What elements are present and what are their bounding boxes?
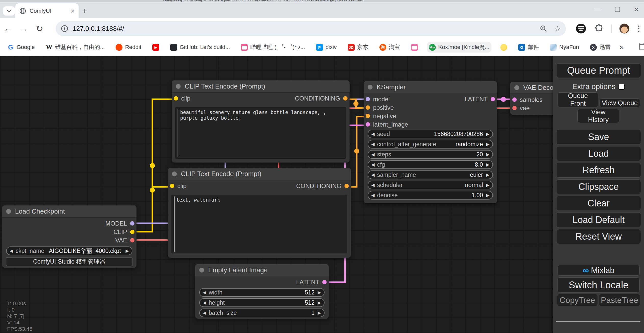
node-title-bar[interactable]: Load Checkpoint [2, 205, 137, 218]
adblock-extension-icon[interactable] [576, 23, 586, 34]
close-window-icon[interactable]: × [634, 4, 639, 14]
bookmark-item[interactable]: Ppixiv [314, 42, 339, 52]
conditioning-output-slot[interactable] [344, 184, 349, 188]
widget-value[interactable]: 1.00 [472, 192, 483, 199]
view-queue-button[interactable]: View Queue [599, 98, 640, 107]
widget-increment-icon[interactable]: ▶ [318, 310, 321, 316]
negative-input-slot[interactable] [366, 114, 370, 118]
widget-increment-icon[interactable]: ▶ [126, 248, 129, 254]
reload-icon[interactable]: ↻ [32, 23, 47, 34]
cfg-widget[interactable]: ◀cfg8.0▶ [368, 160, 493, 169]
widget-decrement-icon[interactable]: ◀ [371, 152, 375, 157]
widget-increment-icon[interactable]: ▶ [486, 182, 489, 188]
node-clip-text-encode-negative[interactable]: CLIP Text Encode (Prompt) clip CONDITION… [168, 168, 351, 258]
widget-decrement-icon[interactable]: ◀ [371, 193, 375, 198]
steps-widget[interactable]: ◀steps20▶ [368, 150, 493, 159]
positive-input-slot[interactable] [366, 105, 370, 110]
widget-increment-icon[interactable]: ▶ [486, 152, 489, 157]
widget-increment-icon[interactable]: ▶ [486, 193, 489, 198]
browser-tab[interactable]: ComfyUI × [15, 3, 79, 18]
widget-value[interactable]: 512 [305, 289, 315, 296]
bookmark-item[interactable]: O邮件 [516, 42, 541, 53]
zoom-icon[interactable] [540, 25, 547, 32]
width-widget[interactable]: ◀width512▶ [199, 288, 325, 297]
widget-value[interactable]: 1 [311, 310, 315, 316]
collapse-dot-icon[interactable] [368, 85, 373, 90]
graph-canvas[interactable]: Load Checkpoint MODELCLIPVAE ◀ ckpt_name… [0, 56, 644, 333]
collapse-dot-icon[interactable] [176, 84, 181, 89]
mixlab-button[interactable]: ∞Mixlab [558, 265, 640, 276]
bookmark-item[interactable]: 淘淘宝 [377, 42, 402, 53]
minimize-icon[interactable]: — [594, 5, 601, 14]
tab-close-icon[interactable]: × [71, 8, 75, 14]
clip-input-slot[interactable] [174, 96, 178, 101]
all-bookmarks-button[interactable]: 所有书签 [637, 42, 644, 53]
widget-increment-icon[interactable]: ▶ [318, 290, 321, 295]
switch-locale-button[interactable]: Switch Locale [558, 277, 640, 293]
widget-value[interactable]: normal [465, 182, 483, 189]
paste-tree-button[interactable]: PasteTree [599, 294, 640, 306]
collapse-dot-icon[interactable] [6, 209, 11, 214]
node-title-bar[interactable]: CLIP Text Encode (Prompt) [168, 168, 351, 180]
denoise-widget[interactable]: ◀denoise1.00▶ [368, 191, 493, 200]
MODEL-output-slot[interactable] [130, 221, 134, 226]
widget-decrement-icon[interactable]: ◀ [371, 172, 375, 178]
widget-decrement-icon[interactable]: ◀ [371, 131, 375, 137]
new-tab-button[interactable]: + [82, 6, 87, 16]
widget-value[interactable]: 20 [476, 151, 483, 158]
VAE-output-slot[interactable] [130, 238, 134, 242]
address-bar[interactable]: 127.0.0.1:8188/#/ ☆ [56, 21, 566, 36]
reset-view-button[interactable]: Reset View [556, 229, 641, 244]
widget-increment-icon[interactable]: ▶ [486, 162, 489, 167]
prompt-textarea[interactable]: text, watermark [171, 195, 347, 253]
bookmark-item[interactable]: NyaFun [548, 42, 581, 52]
collapse-dot-icon[interactable] [172, 171, 177, 176]
collapse-dot-icon[interactable] [514, 85, 519, 90]
clipspace-button[interactable]: Clipspace [556, 179, 641, 194]
widget-increment-icon[interactable]: ▶ [486, 172, 489, 178]
bookmark-item[interactable]: MoxKox.moe [Kindle漫... [427, 42, 492, 53]
widget-decrement-icon[interactable]: ◀ [371, 162, 375, 167]
node-clip-text-encode-positive[interactable]: CLIP Text Encode (Prompt) clip CONDITION… [172, 80, 350, 163]
widget-decrement-icon[interactable]: ◀ [10, 248, 13, 254]
widget-increment-icon[interactable]: ▶ [318, 300, 321, 305]
bookmark-item[interactable] [498, 42, 509, 52]
batch_size-widget[interactable]: ◀batch_size1▶ [199, 309, 325, 317]
seed-widget[interactable]: ◀seed156680208700286▶ [368, 130, 493, 138]
node-empty-latent-image[interactable]: Empty Latent Image LATENT ◀width512▶◀hei… [195, 264, 329, 319]
latent_image-input-slot[interactable] [366, 122, 370, 127]
bookmark-item[interactable]: GGoogle [5, 42, 37, 52]
site-info-icon[interactable] [61, 25, 68, 32]
model-input-slot[interactable] [366, 97, 370, 101]
ckpt-name-widget[interactable]: ◀ ckpt_name AIGODLIKE华丽_4000.ckpt ▶ [6, 246, 132, 255]
back-icon[interactable]: ← [0, 24, 16, 34]
tab-search-button[interactable] [3, 6, 15, 16]
bookmarks-overflow-icon[interactable]: » [620, 43, 624, 51]
load-default-button[interactable]: Load Default [556, 213, 641, 227]
widget-value[interactable]: 512 [305, 299, 315, 306]
queue-prompt-button[interactable]: Queue Prompt [556, 63, 641, 78]
widget-decrement-icon[interactable]: ◀ [203, 290, 206, 295]
widget-value[interactable]: euler [470, 171, 483, 178]
widget-decrement-icon[interactable]: ◀ [203, 310, 206, 316]
view-history-button[interactable]: View History [577, 109, 619, 123]
bookmark-item[interactable]: GitHub: Let's build... [168, 42, 232, 52]
widget-value[interactable]: randomize [456, 141, 483, 148]
extra-options-checkbox[interactable] [618, 84, 625, 90]
node-ksampler[interactable]: KSampler LATENT modelpositivenegativelat… [364, 81, 497, 203]
widget-value[interactable]: 156680208700286 [434, 131, 483, 138]
widget-decrement-icon[interactable]: ◀ [371, 142, 375, 147]
node-title-bar[interactable]: KSampler [364, 81, 497, 93]
node-load-checkpoint[interactable]: Load Checkpoint MODELCLIPVAE ◀ ckpt_name… [2, 205, 137, 268]
vae-input-slot[interactable] [512, 106, 517, 110]
bookmark-item[interactable]: W维基百科，自由的... [44, 42, 107, 53]
queue-front-button[interactable]: Queue Front [558, 92, 598, 107]
node-title-bar[interactable]: CLIP Text Encode (Prompt) [172, 80, 350, 93]
widget-increment-icon[interactable]: ▶ [486, 131, 489, 137]
clear-button[interactable]: Clear [556, 196, 641, 211]
clip-input-slot[interactable] [170, 184, 174, 188]
bookmark-star-icon[interactable]: ☆ [554, 24, 561, 33]
forward-icon[interactable]: → [16, 24, 32, 34]
control_after_generate-widget[interactable]: ◀control_after_generaterandomize▶ [368, 140, 493, 149]
widget-increment-icon[interactable]: ▶ [486, 142, 489, 147]
